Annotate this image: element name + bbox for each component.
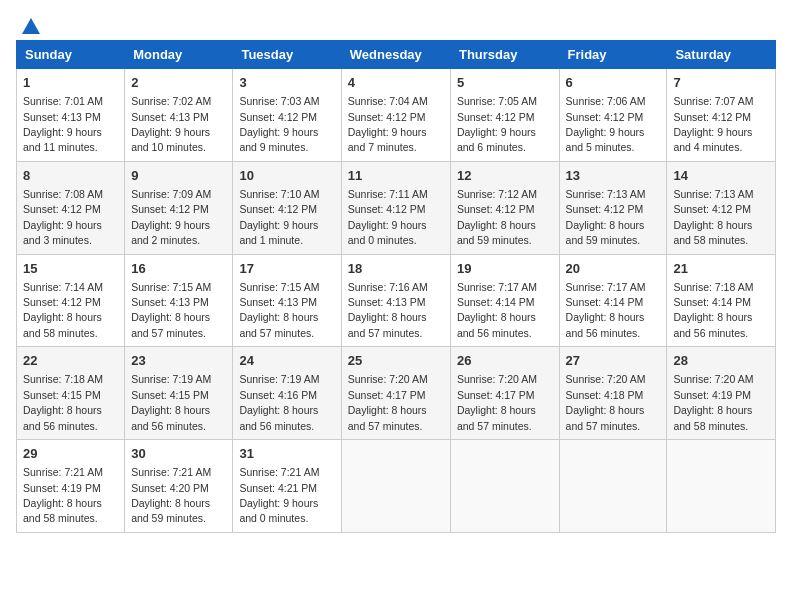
logo xyxy=(16,16,42,32)
day-number: 5 xyxy=(457,74,553,92)
day-number: 6 xyxy=(566,74,661,92)
calendar-day-1: 1 Sunrise: 7:01 AMSunset: 4:13 PMDayligh… xyxy=(17,69,125,162)
calendar-header-tuesday: Tuesday xyxy=(233,41,341,69)
day-info: Sunrise: 7:21 AMSunset: 4:19 PMDaylight:… xyxy=(23,466,103,524)
day-info: Sunrise: 7:15 AMSunset: 4:13 PMDaylight:… xyxy=(239,281,319,339)
calendar-header-saturday: Saturday xyxy=(667,41,776,69)
day-info: Sunrise: 7:07 AMSunset: 4:12 PMDaylight:… xyxy=(673,95,753,153)
calendar-day-25: 25 Sunrise: 7:20 AMSunset: 4:17 PMDaylig… xyxy=(341,347,450,440)
calendar-week-2: 8 Sunrise: 7:08 AMSunset: 4:12 PMDayligh… xyxy=(17,161,776,254)
day-number: 29 xyxy=(23,445,118,463)
calendar-header-row: SundayMondayTuesdayWednesdayThursdayFrid… xyxy=(17,41,776,69)
calendar-day-16: 16 Sunrise: 7:15 AMSunset: 4:13 PMDaylig… xyxy=(125,254,233,347)
calendar-day-10: 10 Sunrise: 7:10 AMSunset: 4:12 PMDaylig… xyxy=(233,161,341,254)
day-number: 18 xyxy=(348,260,444,278)
calendar-day-3: 3 Sunrise: 7:03 AMSunset: 4:12 PMDayligh… xyxy=(233,69,341,162)
calendar-day-14: 14 Sunrise: 7:13 AMSunset: 4:12 PMDaylig… xyxy=(667,161,776,254)
day-number: 26 xyxy=(457,352,553,370)
calendar-day-27: 27 Sunrise: 7:20 AMSunset: 4:18 PMDaylig… xyxy=(559,347,667,440)
calendar-day-23: 23 Sunrise: 7:19 AMSunset: 4:15 PMDaylig… xyxy=(125,347,233,440)
calendar-day-6: 6 Sunrise: 7:06 AMSunset: 4:12 PMDayligh… xyxy=(559,69,667,162)
day-info: Sunrise: 7:20 AMSunset: 4:17 PMDaylight:… xyxy=(348,373,428,431)
calendar-day-7: 7 Sunrise: 7:07 AMSunset: 4:12 PMDayligh… xyxy=(667,69,776,162)
calendar-day-11: 11 Sunrise: 7:11 AMSunset: 4:12 PMDaylig… xyxy=(341,161,450,254)
day-number: 28 xyxy=(673,352,769,370)
calendar-day-28: 28 Sunrise: 7:20 AMSunset: 4:19 PMDaylig… xyxy=(667,347,776,440)
day-info: Sunrise: 7:04 AMSunset: 4:12 PMDaylight:… xyxy=(348,95,428,153)
calendar-week-3: 15 Sunrise: 7:14 AMSunset: 4:12 PMDaylig… xyxy=(17,254,776,347)
day-info: Sunrise: 7:03 AMSunset: 4:12 PMDaylight:… xyxy=(239,95,319,153)
calendar-day-21: 21 Sunrise: 7:18 AMSunset: 4:14 PMDaylig… xyxy=(667,254,776,347)
day-info: Sunrise: 7:15 AMSunset: 4:13 PMDaylight:… xyxy=(131,281,211,339)
calendar-header-wednesday: Wednesday xyxy=(341,41,450,69)
day-info: Sunrise: 7:12 AMSunset: 4:12 PMDaylight:… xyxy=(457,188,537,246)
day-number: 23 xyxy=(131,352,226,370)
calendar-header-sunday: Sunday xyxy=(17,41,125,69)
empty-cell xyxy=(559,440,667,533)
day-number: 22 xyxy=(23,352,118,370)
calendar-header-friday: Friday xyxy=(559,41,667,69)
day-number: 10 xyxy=(239,167,334,185)
day-info: Sunrise: 7:17 AMSunset: 4:14 PMDaylight:… xyxy=(566,281,646,339)
day-number: 8 xyxy=(23,167,118,185)
calendar-table: SundayMondayTuesdayWednesdayThursdayFrid… xyxy=(16,40,776,533)
day-info: Sunrise: 7:18 AMSunset: 4:15 PMDaylight:… xyxy=(23,373,103,431)
day-number: 12 xyxy=(457,167,553,185)
day-number: 14 xyxy=(673,167,769,185)
day-number: 9 xyxy=(131,167,226,185)
calendar-day-31: 31 Sunrise: 7:21 AMSunset: 4:21 PMDaylig… xyxy=(233,440,341,533)
day-info: Sunrise: 7:20 AMSunset: 4:17 PMDaylight:… xyxy=(457,373,537,431)
calendar-day-8: 8 Sunrise: 7:08 AMSunset: 4:12 PMDayligh… xyxy=(17,161,125,254)
page-header xyxy=(16,16,776,32)
day-info: Sunrise: 7:17 AMSunset: 4:14 PMDaylight:… xyxy=(457,281,537,339)
day-info: Sunrise: 7:08 AMSunset: 4:12 PMDaylight:… xyxy=(23,188,103,246)
day-number: 7 xyxy=(673,74,769,92)
day-number: 16 xyxy=(131,260,226,278)
calendar-day-26: 26 Sunrise: 7:20 AMSunset: 4:17 PMDaylig… xyxy=(450,347,559,440)
day-number: 20 xyxy=(566,260,661,278)
day-number: 25 xyxy=(348,352,444,370)
day-number: 27 xyxy=(566,352,661,370)
calendar-day-18: 18 Sunrise: 7:16 AMSunset: 4:13 PMDaylig… xyxy=(341,254,450,347)
day-number: 3 xyxy=(239,74,334,92)
day-info: Sunrise: 7:18 AMSunset: 4:14 PMDaylight:… xyxy=(673,281,753,339)
day-number: 30 xyxy=(131,445,226,463)
day-number: 4 xyxy=(348,74,444,92)
day-number: 13 xyxy=(566,167,661,185)
day-info: Sunrise: 7:02 AMSunset: 4:13 PMDaylight:… xyxy=(131,95,211,153)
day-number: 2 xyxy=(131,74,226,92)
day-number: 1 xyxy=(23,74,118,92)
day-info: Sunrise: 7:06 AMSunset: 4:12 PMDaylight:… xyxy=(566,95,646,153)
day-number: 17 xyxy=(239,260,334,278)
calendar-day-2: 2 Sunrise: 7:02 AMSunset: 4:13 PMDayligh… xyxy=(125,69,233,162)
calendar-day-20: 20 Sunrise: 7:17 AMSunset: 4:14 PMDaylig… xyxy=(559,254,667,347)
calendar-day-24: 24 Sunrise: 7:19 AMSunset: 4:16 PMDaylig… xyxy=(233,347,341,440)
day-info: Sunrise: 7:09 AMSunset: 4:12 PMDaylight:… xyxy=(131,188,211,246)
day-info: Sunrise: 7:13 AMSunset: 4:12 PMDaylight:… xyxy=(673,188,753,246)
calendar-day-30: 30 Sunrise: 7:21 AMSunset: 4:20 PMDaylig… xyxy=(125,440,233,533)
day-number: 11 xyxy=(348,167,444,185)
day-info: Sunrise: 7:20 AMSunset: 4:19 PMDaylight:… xyxy=(673,373,753,431)
calendar-week-1: 1 Sunrise: 7:01 AMSunset: 4:13 PMDayligh… xyxy=(17,69,776,162)
calendar-body: 1 Sunrise: 7:01 AMSunset: 4:13 PMDayligh… xyxy=(17,69,776,533)
day-info: Sunrise: 7:21 AMSunset: 4:20 PMDaylight:… xyxy=(131,466,211,524)
day-info: Sunrise: 7:01 AMSunset: 4:13 PMDaylight:… xyxy=(23,95,103,153)
day-number: 31 xyxy=(239,445,334,463)
calendar-day-5: 5 Sunrise: 7:05 AMSunset: 4:12 PMDayligh… xyxy=(450,69,559,162)
day-info: Sunrise: 7:20 AMSunset: 4:18 PMDaylight:… xyxy=(566,373,646,431)
day-number: 19 xyxy=(457,260,553,278)
calendar-week-4: 22 Sunrise: 7:18 AMSunset: 4:15 PMDaylig… xyxy=(17,347,776,440)
empty-cell xyxy=(667,440,776,533)
day-number: 15 xyxy=(23,260,118,278)
calendar-day-15: 15 Sunrise: 7:14 AMSunset: 4:12 PMDaylig… xyxy=(17,254,125,347)
day-info: Sunrise: 7:11 AMSunset: 4:12 PMDaylight:… xyxy=(348,188,428,246)
day-info: Sunrise: 7:21 AMSunset: 4:21 PMDaylight:… xyxy=(239,466,319,524)
empty-cell xyxy=(450,440,559,533)
day-number: 21 xyxy=(673,260,769,278)
logo-icon xyxy=(20,16,42,38)
day-number: 24 xyxy=(239,352,334,370)
day-info: Sunrise: 7:14 AMSunset: 4:12 PMDaylight:… xyxy=(23,281,103,339)
empty-cell xyxy=(341,440,450,533)
calendar-header-monday: Monday xyxy=(125,41,233,69)
svg-marker-0 xyxy=(22,18,40,34)
